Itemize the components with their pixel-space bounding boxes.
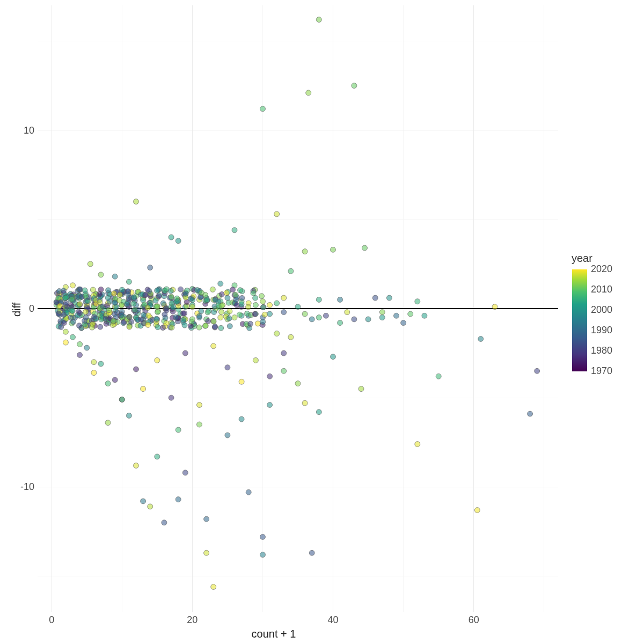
svg-point-174 xyxy=(408,311,413,317)
svg-point-149 xyxy=(232,315,237,320)
svg-point-163 xyxy=(288,334,294,340)
svg-point-70 xyxy=(105,381,111,386)
svg-point-381 xyxy=(119,312,124,318)
svg-point-544 xyxy=(213,324,218,330)
svg-point-66 xyxy=(126,413,131,418)
svg-point-59 xyxy=(175,427,181,433)
svg-point-379 xyxy=(117,292,122,298)
svg-point-185 xyxy=(281,350,287,356)
svg-point-26 xyxy=(316,297,321,302)
svg-point-311 xyxy=(90,325,95,330)
svg-point-189 xyxy=(134,367,139,372)
svg-point-191 xyxy=(267,374,273,379)
svg-point-62 xyxy=(148,504,153,509)
svg-point-177 xyxy=(77,352,83,357)
svg-point-159 xyxy=(267,311,273,317)
svg-point-571 xyxy=(237,312,242,317)
svg-point-49 xyxy=(260,552,266,558)
svg-point-272 xyxy=(77,323,82,328)
svg-point-556 xyxy=(227,324,232,329)
svg-point-516 xyxy=(189,319,194,325)
svg-point-166 xyxy=(309,317,314,322)
svg-point-10 xyxy=(302,249,308,254)
svg-point-40 xyxy=(379,315,385,320)
svg-point-480 xyxy=(169,294,174,299)
svg-point-568 xyxy=(233,297,239,302)
svg-point-410 xyxy=(131,295,137,300)
svg-point-186 xyxy=(211,343,216,349)
svg-point-329 xyxy=(97,291,102,297)
svg-point-264 xyxy=(77,302,83,307)
svg-point-559 xyxy=(226,316,232,321)
svg-point-427 xyxy=(138,317,144,322)
svg-point-17 xyxy=(126,279,131,284)
svg-point-61 xyxy=(162,520,167,525)
svg-point-466 xyxy=(162,312,167,317)
svg-point-538 xyxy=(211,310,217,315)
svg-point-11 xyxy=(362,245,368,251)
svg-point-474 xyxy=(168,288,173,294)
svg-point-440 xyxy=(146,313,151,318)
svg-point-56 xyxy=(204,516,209,522)
svg-point-165 xyxy=(302,311,308,317)
svg-point-172 xyxy=(379,310,385,315)
svg-point-176 xyxy=(63,340,68,345)
svg-point-513 xyxy=(188,296,194,302)
svg-point-15 xyxy=(98,272,104,277)
svg-point-586 xyxy=(255,321,260,326)
svg-point-491 xyxy=(174,296,180,301)
svg-point-25 xyxy=(281,295,287,301)
svg-point-542 xyxy=(211,319,216,324)
svg-point-48 xyxy=(267,402,273,408)
svg-point-584 xyxy=(248,321,253,326)
y-tick-label: 0 xyxy=(8,303,34,314)
svg-point-249 xyxy=(69,303,74,308)
svg-point-30 xyxy=(415,299,420,304)
svg-point-451 xyxy=(155,310,160,315)
svg-point-50 xyxy=(260,534,266,539)
svg-point-4 xyxy=(134,199,139,204)
svg-point-1 xyxy=(352,83,357,89)
svg-point-300 xyxy=(90,287,96,292)
svg-point-36 xyxy=(436,374,441,379)
svg-point-344 xyxy=(106,308,112,313)
svg-point-161 xyxy=(274,331,280,336)
svg-point-575 xyxy=(238,288,243,293)
svg-point-64 xyxy=(134,463,139,469)
svg-point-47 xyxy=(281,368,287,374)
svg-point-33 xyxy=(528,411,533,416)
svg-point-69 xyxy=(105,420,111,426)
svg-point-29 xyxy=(386,295,392,301)
svg-point-594 xyxy=(260,319,266,325)
svg-point-181 xyxy=(169,395,174,400)
svg-point-35 xyxy=(474,508,480,513)
svg-point-520 xyxy=(196,325,202,330)
svg-point-467 xyxy=(164,320,169,326)
svg-point-37 xyxy=(415,442,420,447)
svg-point-396 xyxy=(127,314,132,320)
svg-point-31 xyxy=(492,304,497,310)
svg-point-73 xyxy=(84,345,90,350)
svg-point-596 xyxy=(262,312,267,317)
svg-point-209 xyxy=(56,311,61,316)
svg-point-18 xyxy=(70,283,76,288)
svg-point-63 xyxy=(141,499,146,504)
svg-point-269 xyxy=(75,295,80,300)
svg-point-503 xyxy=(182,323,187,328)
svg-point-38 xyxy=(401,320,406,326)
color-legend: year 202020102000199019801970 xyxy=(572,252,620,372)
svg-point-42 xyxy=(352,317,357,322)
svg-point-522 xyxy=(199,309,204,314)
svg-point-484 xyxy=(178,287,184,292)
svg-point-590 xyxy=(253,295,258,301)
svg-point-5 xyxy=(274,211,280,217)
svg-point-378 xyxy=(119,287,125,292)
svg-point-363 xyxy=(112,300,118,305)
x-axis-title: count + 1 xyxy=(252,628,296,640)
svg-point-411 xyxy=(132,307,137,312)
svg-point-28 xyxy=(372,295,378,301)
x-tick-label: 20 xyxy=(187,614,197,626)
svg-point-554 xyxy=(219,303,224,309)
svg-point-55 xyxy=(204,550,209,555)
svg-point-588 xyxy=(251,290,256,296)
